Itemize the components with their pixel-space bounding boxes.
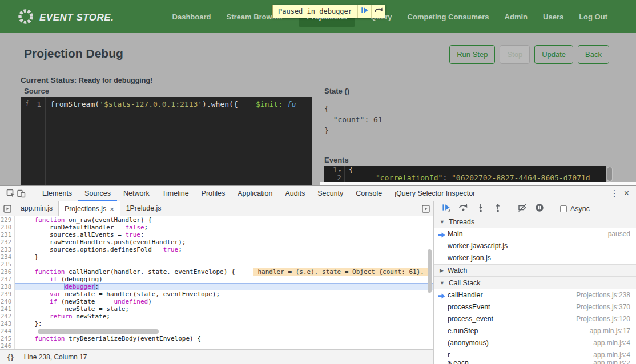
line-number[interactable]: 237 <box>0 276 15 283</box>
stack-frame-callhandler[interactable]: callHandlerProjections.js:238 <box>434 289 636 301</box>
line-number[interactable]: 230 <box>0 224 15 231</box>
line-number[interactable]: 243 <box>0 320 15 327</box>
sources-pane: app.min.jsProjections.js×1Prelude.js 229… <box>0 201 434 364</box>
line-number[interactable]: 236 <box>0 268 15 276</box>
file-tab-1prelude.js[interactable]: 1Prelude.js <box>120 201 167 216</box>
code-line-content[interactable] <box>15 261 433 268</box>
tab-sources[interactable]: Sources <box>78 186 117 201</box>
line-number[interactable]: 233 <box>0 246 15 253</box>
code-line-content[interactable]: newState = state; <box>15 305 433 313</box>
fold-arrow-icon[interactable]: ▾ <box>339 168 341 173</box>
code-vscrollbar-thumb[interactable] <box>428 249 432 293</box>
tab-jquery-selector-inspector[interactable]: jQuery Selector Inspector <box>388 186 481 201</box>
source-code-line[interactable]: fromStream('$stats-127.0.0.1:2113').when… <box>50 100 296 108</box>
stack-frame--each[interactable]: $.eachapp.min.js:2 <box>434 361 636 364</box>
events-scrollbar-thumb[interactable] <box>607 167 612 181</box>
step-into-button[interactable] <box>476 204 485 213</box>
panel-right-toggle-icon[interactable] <box>418 201 433 216</box>
code-line-content[interactable]: if (debugging) <box>15 276 433 283</box>
line-number[interactable]: 244 <box>0 327 15 335</box>
step-over-button[interactable] <box>458 204 468 213</box>
thread-row-main[interactable]: Mainpaused <box>434 228 636 240</box>
code-line-235: 235 <box>0 261 433 268</box>
tab-profiles[interactable]: Profiles <box>195 186 232 201</box>
code-line-content[interactable]: debugger; <box>15 283 433 290</box>
stack-frame-process-event[interactable]: process_eventProjections.js:120 <box>434 313 636 325</box>
code-line-content[interactable]: runDefaultHandler = false; <box>15 224 433 231</box>
source-code-editor[interactable]: i 1 fromStream('$stats-127.0.0.1:2113').… <box>21 97 312 185</box>
tab-application[interactable]: Application <box>231 186 279 201</box>
show-navigator-icon[interactable] <box>0 201 15 216</box>
back-button[interactable]: Back <box>578 45 609 64</box>
pretty-print-icon[interactable]: {} <box>7 353 14 361</box>
watch-section-header[interactable]: ▶ Watch <box>434 264 636 277</box>
tab-network[interactable]: Network <box>117 186 156 201</box>
line-number[interactable]: 238 <box>0 283 15 290</box>
thread-name: worker-json.js <box>448 254 491 262</box>
close-icon[interactable]: × <box>623 188 630 199</box>
code-line-content[interactable]: sources.allEvents = true; <box>15 231 433 238</box>
resume-script-button[interactable] <box>357 5 371 18</box>
stack-frame-e-runstep[interactable]: e.runStepapp.min.js:17 <box>434 325 636 337</box>
line-number[interactable]: 239 <box>0 290 15 298</box>
code-token: true <box>125 231 140 238</box>
async-checkbox[interactable] <box>560 205 567 212</box>
tab-security[interactable]: Security <box>311 186 349 201</box>
nav-item-log-out[interactable]: Log Out <box>579 13 607 21</box>
line-number[interactable]: 235 <box>0 261 15 268</box>
step-out-button[interactable] <box>493 204 502 213</box>
nav-item-users[interactable]: Users <box>543 13 563 21</box>
tab-console[interactable]: Console <box>349 186 388 201</box>
line-number[interactable]: 240 <box>0 298 15 305</box>
line-number[interactable]: 246 <box>0 342 15 349</box>
tab-audits[interactable]: Audits <box>279 186 311 201</box>
step-over-button-banner[interactable] <box>371 5 385 18</box>
tab-elements[interactable]: Elements <box>36 186 78 201</box>
file-tab-app.min.js[interactable]: app.min.js <box>15 201 58 216</box>
nav-item-dashboard[interactable]: Dashboard <box>172 13 211 21</box>
code-line-content[interactable]: rawEventHandlers.push(eventHandler); <box>15 238 433 246</box>
call-stack-section-header[interactable]: ▼ Call Stack <box>434 277 636 289</box>
thread-row-worker-javascript-js[interactable]: worker-javascript.js <box>434 240 636 252</box>
resume-script-button[interactable] <box>441 204 451 213</box>
events-editor[interactable]: 1▾{2 "correlationId": "06202702-8827-446… <box>324 166 606 182</box>
nav-item-competing-consumers[interactable]: Competing Consumers <box>408 13 489 21</box>
line-number[interactable]: 241 <box>0 305 15 313</box>
file-tab-projections.js[interactable]: Projections.js× <box>58 201 120 217</box>
stack-frame-processevent[interactable]: processEventProjections.js:370 <box>434 301 636 313</box>
code-token: undefined <box>114 298 148 305</box>
stack-frame--anonymous-[interactable]: (anonymous)app.min.js:4 <box>434 337 636 349</box>
line-number[interactable]: 232 <box>0 238 15 246</box>
update-button[interactable]: Update <box>534 45 573 64</box>
code-line-content[interactable]: function tryDeserializeBody(eventEnvelop… <box>15 335 433 342</box>
line-number[interactable]: 245 <box>0 335 15 342</box>
nav-item-admin[interactable]: Admin <box>505 13 528 21</box>
threads-section-header[interactable]: ▼ Threads <box>434 216 636 228</box>
inspect-icon[interactable] <box>6 189 16 198</box>
deactivate-breakpoints-button[interactable] <box>517 204 527 213</box>
run-step-button[interactable]: Run Step <box>449 45 495 64</box>
line-number[interactable]: 242 <box>0 313 15 320</box>
tab-close-icon[interactable]: × <box>110 202 114 216</box>
code-hscrollbar-thumb[interactable] <box>38 329 159 334</box>
code-line-content[interactable]: var newState = handler(state, eventEnvel… <box>15 290 433 298</box>
code-line-content[interactable]: function on_raw(eventHandler) { <box>15 216 433 224</box>
line-number[interactable]: 231 <box>0 231 15 238</box>
code-line-content[interactable]: }; <box>15 320 433 327</box>
pause-on-exceptions-button[interactable] <box>534 204 544 213</box>
device-toolbar-icon[interactable] <box>16 189 26 198</box>
line-number[interactable]: 234 <box>0 253 15 261</box>
eventstore-logo[interactable]: EVENT STORE. <box>17 8 114 27</box>
code-line-content[interactable]: } <box>15 253 433 261</box>
thread-row-worker-json-js[interactable]: worker-json.js <box>434 252 636 264</box>
code-line-content[interactable]: if (newState === undefined) <box>15 298 433 305</box>
stack-frame-r[interactable]: rapp.min.js:4 <box>434 349 636 361</box>
kebab-menu-icon[interactable]: ⋮ <box>606 188 623 199</box>
tab-timeline[interactable]: Timeline <box>156 186 195 201</box>
code-line-content[interactable]: return newState; <box>15 313 433 320</box>
code-line-content[interactable]: sources.options.definesFold = true; <box>15 246 433 253</box>
line-number[interactable]: 229 <box>0 216 15 224</box>
code-line-content[interactable] <box>15 342 433 349</box>
code-line-content[interactable]: function callHandler(handler, state, eve… <box>15 268 433 276</box>
source-line-number[interactable]: 1 <box>37 100 41 108</box>
